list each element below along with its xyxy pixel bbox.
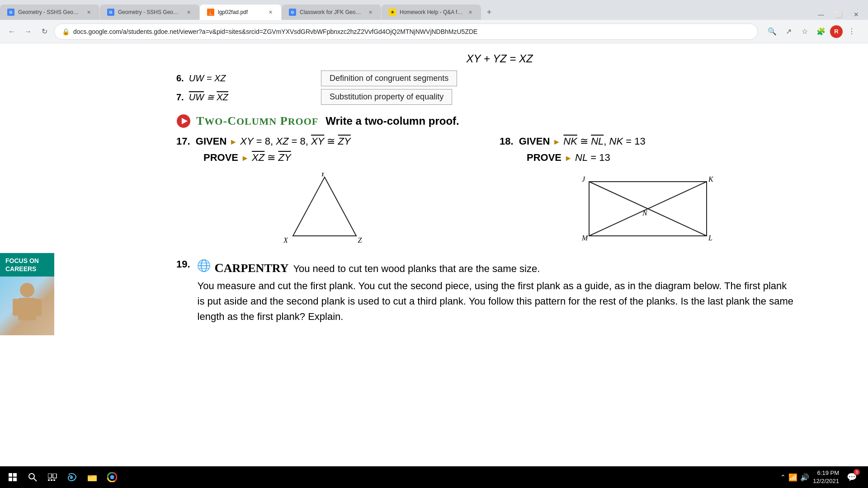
focus-label: FOCUS ON: [5, 257, 49, 265]
chevron-up-icon[interactable]: ⌃: [780, 474, 786, 481]
problem-19-content: CARPENTRY You need to cut ten wood plank…: [198, 258, 796, 324]
tab-3-close[interactable]: ✕: [267, 9, 274, 16]
url-bar[interactable]: 🔒 docs.google.com/a/students.gdoe.net/vi…: [54, 23, 758, 40]
chrome-taskbar-button[interactable]: [103, 468, 121, 486]
tab-5-favicon: ★: [389, 9, 396, 16]
window-controls: — ⬜ ✕: [809, 9, 868, 20]
search-taskbar-button[interactable]: [24, 468, 42, 486]
problem-17-given: 17. GIVEN ► XY = 8, XZ = 8, XY ≅ ZY: [176, 136, 472, 147]
back-button[interactable]: ←: [5, 25, 18, 38]
tab-2-close[interactable]: ✕: [185, 9, 192, 16]
svg-rect-35: [48, 479, 50, 481]
two-column-instruction: Write a two-column proof.: [326, 115, 459, 127]
minimize-button[interactable]: —: [814, 9, 828, 20]
profile-button[interactable]: R: [830, 25, 843, 38]
proof-line-7: 7. UW ≅ XZ Substitution property of equa…: [176, 89, 796, 105]
extensions-icon[interactable]: 🧩: [814, 24, 828, 39]
new-tab-button[interactable]: +: [481, 5, 497, 20]
start-button[interactable]: [4, 468, 22, 486]
search-icon[interactable]: 🔍: [765, 24, 779, 39]
svg-rect-27: [9, 473, 12, 477]
tab-3-label: lgp02fad.pdf: [218, 9, 263, 15]
tab-5-label: Homework Help - Q&A fr...: [400, 9, 463, 15]
top-equations-section: XY + YZ = XZ 6. UW = XZ Definition of co…: [176, 52, 796, 105]
proof-reason-7: Substitution property of equality: [321, 89, 452, 105]
tab-4[interactable]: G Classwork for JFK Geome... ✕: [282, 5, 381, 20]
tab-4-close[interactable]: ✕: [367, 9, 374, 16]
tab-2-favicon: G: [107, 9, 114, 16]
svg-point-2: [20, 283, 34, 297]
file-explorer-button[interactable]: [83, 468, 101, 486]
proof-statement-7: 7. UW ≅ XZ: [176, 92, 303, 103]
menu-icon[interactable]: ⋮: [844, 24, 859, 39]
tab-1-label: Geometry - SSHS Geome...: [18, 9, 81, 15]
taskbar: ⌃ 📶 🔊 6:19 PM 12/2/2021 💬 3: [0, 466, 868, 488]
svg-text:X: X: [283, 236, 288, 244]
content-area: FOCUS ON CAREERS: [0, 43, 868, 466]
proof-statement-6: 6. UW = XZ: [176, 73, 303, 84]
svg-text:⛵: ⛵: [208, 10, 214, 15]
refresh-button[interactable]: ↻: [38, 25, 51, 38]
tab-1-favicon: G: [7, 9, 14, 16]
svg-marker-8: [293, 177, 356, 236]
svg-text:Y: Y: [321, 173, 326, 178]
problem-17-prove: PROVE ► XZ ≅ ZY: [176, 152, 472, 164]
rectangle-diagram: J K M L N: [500, 173, 796, 245]
tab-3[interactable]: ⛵ lgp02fad.pdf ✕: [200, 5, 281, 20]
network-icon[interactable]: 📶: [788, 473, 797, 482]
svg-line-32: [34, 479, 37, 481]
svg-rect-34: [53, 474, 57, 478]
two-column-label: TWO-COLUMN PROOF: [196, 114, 318, 128]
clock-time: 6:19 PM: [813, 469, 839, 477]
tab-1[interactable]: G Geometry - SSHS Geome... ✕: [0, 5, 99, 20]
volume-icon[interactable]: 🔊: [800, 473, 809, 482]
play-icon: [176, 114, 191, 128]
lock-icon: 🔒: [62, 28, 70, 35]
tab-5-close[interactable]: ✕: [467, 9, 474, 16]
side-panel: FOCUS ON CAREERS: [0, 43, 59, 466]
problems-row: 17. GIVEN ► XY = 8, XZ = 8, XY ≅ ZY PROV…: [176, 136, 796, 245]
carpentry-intro: You need to cut ten wood planks that are…: [293, 261, 540, 277]
tab-2[interactable]: G Geometry - SSHS Geome... ✕: [100, 5, 199, 20]
svg-rect-29: [9, 478, 12, 481]
close-button[interactable]: ✕: [850, 9, 863, 20]
address-bar: ← → ↻ 🔒 docs.google.com/a/students.gdoe.…: [0, 20, 868, 43]
svg-point-44: [110, 475, 114, 479]
proof-reason-6: Definition of congruent segments: [321, 70, 457, 86]
problem-17: 17. GIVEN ► XY = 8, XZ = 8, XY ≅ ZY PROV…: [176, 136, 472, 245]
problem-19: 19. CARPE: [176, 258, 796, 324]
tab-1-close[interactable]: ✕: [85, 9, 92, 16]
share-icon[interactable]: ↗: [781, 24, 796, 39]
problem-18: 18. GIVEN ► NK ≅ NL, NK = 13 PROVE ► NL …: [500, 136, 796, 245]
carpentry-body: You measure and cut the first plank. You…: [198, 278, 796, 324]
task-view-button[interactable]: [43, 468, 61, 486]
svg-text:J: J: [582, 175, 585, 183]
svg-rect-39: [88, 476, 92, 477]
focus-careers-area: FOCUS ON CAREERS: [0, 43, 54, 335]
svg-text:M: M: [581, 234, 589, 242]
focus-careers-banner: FOCUS ON CAREERS: [0, 253, 54, 277]
problem-18-prove: PROVE ► NL = 13: [500, 152, 796, 164]
pdf-content: XY + YZ = XZ 6. UW = XZ Definition of co…: [59, 43, 868, 466]
triangle-svg: Y X Z: [279, 173, 370, 245]
problem-19-number: 19.: [176, 258, 190, 324]
forward-button[interactable]: →: [22, 25, 34, 38]
tab-4-favicon: G: [289, 9, 296, 16]
restore-button[interactable]: ⬜: [831, 9, 846, 20]
triangle-diagram: Y X Z: [176, 173, 472, 245]
browser-window: G Geometry - SSHS Geome... ✕ G Geometry …: [0, 0, 868, 488]
taskbar-time-display[interactable]: 6:19 PM 12/2/2021: [813, 469, 839, 485]
notification-button[interactable]: 💬 3: [843, 468, 861, 486]
url-text: docs.google.com/a/students.gdoe.net/view…: [73, 28, 750, 35]
problem-19-header-line: CARPENTRY You need to cut ten wood plank…: [198, 258, 796, 277]
proof-line-6: 6. UW = XZ Definition of congruent segme…: [176, 70, 796, 86]
bookmark-icon[interactable]: ☆: [797, 24, 812, 39]
tab-5[interactable]: ★ Homework Help - Q&A fr... ✕: [382, 5, 481, 20]
edge-taskbar-button[interactable]: [63, 468, 81, 486]
svg-point-31: [29, 474, 34, 479]
notification-count: 3: [854, 469, 860, 475]
system-tray: ⌃ 📶 🔊: [780, 473, 809, 482]
tab-4-label: Classwork for JFK Geome...: [300, 9, 363, 15]
svg-rect-37: [53, 479, 55, 481]
clock-date: 12/2/2021: [813, 477, 839, 485]
